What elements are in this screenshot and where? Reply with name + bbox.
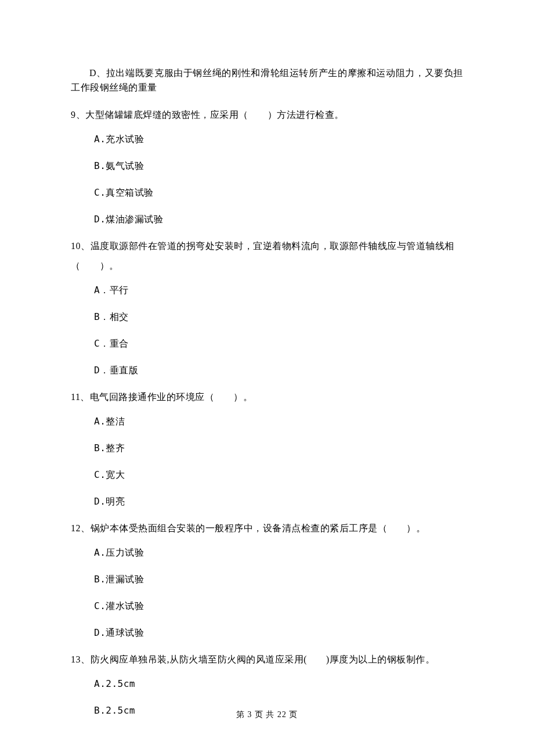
question-10-stem-line1: 10、温度取源部件在管道的拐弯处安装时，宜逆着物料流向，取源部件轴线应与管道轴线… — [71, 239, 463, 253]
option-12b: B.泄漏试验 — [71, 573, 463, 586]
option-9b: B.氨气试验 — [71, 159, 463, 173]
question-9-stem: 9、大型储罐罐底焊缝的致密性，应采用（ ）方法进行检查。 — [71, 108, 463, 122]
question-9-options: A.充水试验 B.氨气试验 C.真空箱试验 D.煤油渗漏试验 — [71, 132, 463, 226]
question-13-stem: 13、防火阀应单独吊装,从防火墙至防火阀的风道应采用( )厚度为以上的钢板制作。 — [71, 653, 463, 667]
option-11c: C.宽大 — [71, 468, 463, 482]
question-12-options: A.压力试验 B.泄漏试验 C.灌水试验 D.通球试验 — [71, 546, 463, 640]
question-10-options: A．平行 B．相交 C．重合 D．垂直版 — [71, 283, 463, 377]
option-11b: B.整齐 — [71, 441, 463, 455]
option-13a: A.2.5cm — [71, 677, 463, 691]
option-11d: D.明亮 — [71, 495, 463, 509]
option-9a: A.充水试验 — [71, 132, 463, 146]
document-page: D、拉出端既要克服由于钢丝绳的刚性和滑轮组运转所产生的摩擦和运动阻力，又要负担工… — [0, 0, 534, 718]
option-12d: D.通球试验 — [71, 626, 463, 640]
option-10c: C．重合 — [71, 337, 463, 351]
option-12c: C.灌水试验 — [71, 599, 463, 613]
option-12a: A.压力试验 — [71, 546, 463, 560]
question-10-stem-line2: （ ）。 — [71, 259, 463, 273]
question-11-stem: 11、电气回路接通作业的环境应（ ）。 — [71, 390, 463, 404]
question-11-options: A.整洁 B.整齐 C.宽大 D.明亮 — [71, 415, 463, 509]
option-11a: A.整洁 — [71, 415, 463, 429]
question-12-stem: 12、锅炉本体受热面组合安装的一般程序中，设备清点检查的紧后工序是（ ）。 — [71, 521, 463, 535]
previous-option-d: D、拉出端既要克服由于钢丝绳的刚性和滑轮组运转所产生的摩擦和运动阻力，又要负担工… — [71, 66, 463, 95]
option-9c: C.真空箱试验 — [71, 186, 463, 200]
option-10d: D．垂直版 — [71, 363, 463, 377]
option-9d: D.煤油渗漏试验 — [71, 213, 463, 226]
option-10a: A．平行 — [71, 283, 463, 297]
option-10b: B．相交 — [71, 310, 463, 324]
page-footer: 第 3 页 共 22 页 — [0, 710, 534, 720]
